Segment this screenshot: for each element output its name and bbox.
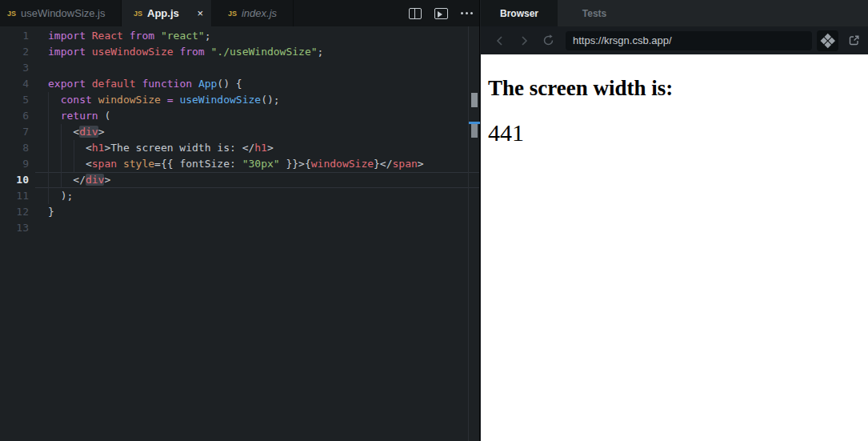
- forward-icon[interactable]: [517, 34, 531, 47]
- tab-app-js[interactable]: JS App.js ×: [122, 0, 212, 26]
- code-token: span: [393, 158, 418, 170]
- code-token: [161, 94, 167, 106]
- js-file-icon: JS: [134, 10, 142, 18]
- code-token: [48, 94, 61, 106]
- code-text: return (: [29, 108, 110, 124]
- page-heading: The screen width is:: [488, 76, 868, 101]
- code-text: [29, 60, 48, 76]
- code-token: }</: [374, 158, 392, 170]
- code-text: <h1>The screen width is: </h1>: [29, 140, 274, 156]
- line-number: 13: [0, 220, 29, 236]
- preview-tabbar: Browser Tests: [481, 0, 868, 26]
- code-token: h1: [254, 142, 267, 154]
- code-line[interactable]: 7 <div>: [0, 124, 479, 140]
- selection-marker: [471, 93, 478, 107]
- code-token: <: [48, 142, 92, 154]
- line-number: 3: [0, 60, 29, 76]
- code-text: }: [29, 204, 54, 220]
- line-number: 5: [0, 92, 29, 108]
- open-external-icon[interactable]: [843, 30, 865, 51]
- tab-label: useWindowSize.js: [21, 7, 106, 19]
- code-line[interactable]: 2import useWindowSize from "./useWindowS…: [0, 44, 479, 60]
- more-options-icon[interactable]: [461, 12, 473, 14]
- code-line[interactable]: 1import React from "react";: [0, 28, 479, 44]
- code-line[interactable]: 3: [0, 60, 479, 76]
- code-token: }}>{: [280, 158, 311, 170]
- url-input[interactable]: https://krsgn.csb.app/: [566, 31, 812, 50]
- code-line[interactable]: 11 );: [0, 188, 479, 204]
- editor-tabbar: JS useWindowSize.js JS App.js × JS index…: [0, 0, 479, 26]
- code-token: default: [92, 78, 136, 90]
- code-line[interactable]: 4export default function App() {: [0, 76, 479, 92]
- code-text: );: [29, 188, 73, 204]
- code-token: [86, 78, 92, 90]
- code-token: >The screen width is: </: [104, 142, 254, 154]
- code-token: [154, 30, 161, 42]
- code-text: <span style={{ fontSize: "30px" }}>{wind…: [29, 156, 424, 172]
- refresh-icon[interactable]: [541, 34, 555, 48]
- code-token: return: [61, 110, 98, 122]
- code-line[interactable]: 10 </div>: [0, 172, 479, 188]
- code-text: import React from "react";: [29, 28, 211, 44]
- code-token: import: [48, 46, 86, 58]
- tab-browser[interactable]: Browser: [481, 0, 558, 26]
- line-number: 1: [0, 28, 29, 44]
- code-editor[interactable]: 1import React from "react";2import useWi…: [0, 26, 479, 441]
- line-number: 4: [0, 76, 29, 92]
- code-line[interactable]: 6 return (: [0, 108, 479, 124]
- code-token: export: [48, 78, 86, 90]
- selection-marker: [471, 124, 478, 138]
- tab-index-js[interactable]: JS index.js: [212, 0, 294, 26]
- overview-ruler[interactable]: [468, 26, 479, 441]
- editor-pane: JS useWindowSize.js JS App.js × JS index…: [0, 0, 480, 441]
- code-token: (: [98, 110, 111, 122]
- tab-usewindowsize-js[interactable]: JS useWindowSize.js: [0, 0, 122, 26]
- tab-label: index.js: [242, 7, 277, 19]
- code-token: div: [79, 126, 98, 138]
- line-number: 6: [0, 108, 29, 124]
- code-token: [123, 30, 130, 42]
- split-view-icon[interactable]: [409, 8, 422, 19]
- code-token: [86, 30, 92, 42]
- code-text: </div>: [29, 172, 110, 188]
- code-token: =: [167, 94, 174, 106]
- code-token: [86, 46, 92, 58]
- code-token: import: [48, 30, 86, 42]
- browser-viewport: The screen width is: 441: [481, 54, 868, 441]
- code-token: const: [61, 94, 92, 106]
- code-token: from: [130, 30, 154, 42]
- line-number: 8: [0, 140, 29, 156]
- code-text: [29, 220, 48, 236]
- code-token: "30px": [242, 158, 280, 170]
- close-icon[interactable]: ×: [197, 8, 203, 18]
- line-number: 11: [0, 188, 29, 204]
- window-width-value: 441: [488, 121, 868, 145]
- line-number: 9: [0, 156, 29, 172]
- line-number: 7: [0, 124, 29, 140]
- code-token: div: [86, 174, 104, 186]
- code-line[interactable]: 8 <h1>The screen width is: </h1>: [0, 140, 479, 156]
- code-token: );: [48, 190, 73, 202]
- browser-navbar: https://krsgn.csb.app/: [481, 26, 868, 54]
- responsive-preview-icon[interactable]: [817, 30, 838, 51]
- tab-tests[interactable]: Tests: [558, 0, 631, 26]
- back-icon[interactable]: [493, 34, 507, 47]
- code-token: React: [92, 30, 123, 42]
- preview-pane: Browser Tests https://krsgn.csb.app/: [481, 0, 868, 441]
- line-number: 12: [0, 204, 29, 220]
- code-token: ();: [261, 94, 279, 106]
- code-token: windowSize: [98, 94, 161, 106]
- code-line[interactable]: 5 const windowSize = useWindowSize();: [0, 92, 479, 108]
- code-token: ={{ fontSize:: [154, 158, 242, 170]
- line-number: 10: [0, 172, 29, 188]
- code-line[interactable]: 13: [0, 220, 479, 236]
- code-token: function: [142, 78, 192, 90]
- preview-window-icon[interactable]: [434, 8, 448, 19]
- code-token: "./useWindowSize": [211, 46, 318, 58]
- code-token: from: [179, 46, 204, 58]
- code-line[interactable]: 12}: [0, 204, 479, 220]
- code-token: h1: [92, 142, 105, 154]
- code-token: useWindowSize: [92, 46, 174, 58]
- code-line[interactable]: 9 <span style={{ fontSize: "30px" }}>{wi…: [0, 156, 479, 172]
- code-token: >: [98, 126, 105, 138]
